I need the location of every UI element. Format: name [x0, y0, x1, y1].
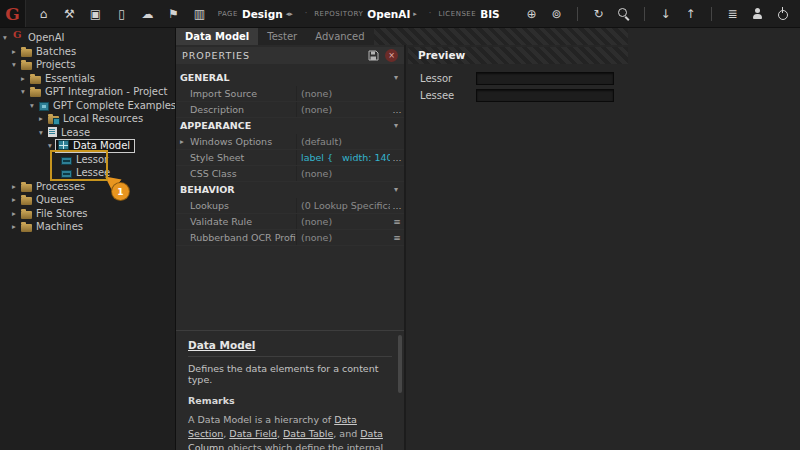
tree-item-essentials[interactable]: ▸Essentials	[0, 72, 175, 86]
home-icon[interactable]: ⌂	[36, 6, 51, 21]
breadcrumb-nav-icon[interactable]: ▸	[413, 10, 417, 18]
save-icon[interactable]	[368, 50, 379, 61]
property-row-style-sheet[interactable]: Style Sheetlabel { width: 140px;}…	[176, 150, 404, 166]
help-link-data-field[interactable]: Data Field	[229, 428, 277, 439]
tree-expander-icon[interactable]: ▸	[21, 72, 30, 86]
go-icon[interactable]: ⊚	[549, 6, 564, 21]
property-button[interactable]: …	[390, 102, 404, 117]
tree-item-processes[interactable]: ▸Processes	[0, 180, 175, 194]
tree-item-file-stores[interactable]: ▸File Stores	[0, 207, 175, 221]
tree-item-label: Queues	[36, 194, 74, 205]
breadcrumb-value-design[interactable]: Design	[242, 8, 283, 20]
help-title[interactable]: Data Model	[188, 339, 392, 351]
tree-item-data-model[interactable]: ▾Data Model	[0, 139, 175, 153]
property-row-windows-options[interactable]: ▸Windows Options(default)	[176, 134, 404, 150]
stats-icon[interactable]: ▥	[192, 6, 207, 21]
property-value[interactable]: label { width: 140px;}	[296, 150, 390, 165]
tab-data-model[interactable]: Data Model	[176, 28, 258, 45]
tree-expander-icon[interactable]: ▸	[12, 45, 21, 59]
tree-expander-icon[interactable]: ▸	[12, 180, 21, 194]
tree-item-lease[interactable]: ▾Lease	[0, 126, 175, 140]
tree-item-openai[interactable]: ▾OpenAI	[0, 31, 175, 45]
breadcrumb-label-repository: REPOSITORY	[314, 10, 363, 18]
tree-item-queues[interactable]: ▸Queues	[0, 193, 175, 207]
preview-fields: LessorLessee	[408, 70, 800, 104]
section-header-appearance[interactable]: APPEARANCE▾	[176, 118, 404, 134]
app-logo[interactable]: G	[0, 0, 26, 27]
power-icon[interactable]	[775, 6, 790, 21]
property-button[interactable]: …	[390, 150, 404, 165]
breadcrumb-value-bis[interactable]: BIS	[480, 8, 499, 20]
property-row-css-class[interactable]: CSS Class(none)	[176, 166, 404, 182]
tree-expander-icon[interactable]: ▾	[30, 99, 39, 113]
topbar-right-icons: ⊕⊚↻↓↑≣	[524, 6, 790, 21]
database-icon[interactable]: ≣	[725, 6, 740, 21]
section-header-general[interactable]: GENERAL▾	[176, 70, 404, 86]
expand-icon[interactable]: ▸	[180, 134, 184, 149]
preview-field-label: Lessee	[408, 90, 476, 101]
tree-item-lessee[interactable]: Lessee	[0, 166, 175, 180]
add-icon[interactable]: ⊕	[524, 6, 539, 21]
tree-expander-icon[interactable]: ▾	[3, 31, 12, 45]
property-value[interactable]: (none)	[296, 86, 390, 101]
property-button[interactable]: ≡	[390, 230, 404, 245]
tree-item-machines[interactable]: ▸Machines	[0, 220, 175, 234]
tab-advanced[interactable]: Advanced	[306, 28, 373, 45]
tree-item-projects[interactable]: ▾Projects	[0, 58, 175, 72]
tree-expander-icon[interactable]: ▸	[12, 207, 21, 221]
tree-expander-icon[interactable]: ▸	[12, 220, 21, 234]
trash-icon[interactable]: ▯	[114, 6, 129, 21]
help-scrollbar[interactable]	[398, 335, 402, 393]
collapse-icon[interactable]: ▾	[394, 70, 398, 86]
batches-icon[interactable]: ▣	[88, 6, 103, 21]
close-icon[interactable]: ×	[385, 49, 398, 62]
tree-item-lessor[interactable]: Lessor	[0, 153, 175, 167]
user-icon[interactable]	[750, 6, 765, 21]
property-label: Import Source	[176, 86, 296, 101]
preview-input-lessee[interactable]	[476, 89, 614, 102]
property-value[interactable]: (default)	[296, 134, 390, 149]
property-row-lookups[interactable]: Lookups(0 Lookup Specifications)…	[176, 198, 404, 214]
property-button[interactable]: ≡	[390, 214, 404, 229]
tree-expander-icon[interactable]: ▾	[21, 85, 30, 99]
section-header-behavior[interactable]: BEHAVIOR▾	[176, 182, 404, 198]
refresh-icon[interactable]: ↻	[591, 6, 606, 21]
property-row-validate-rule[interactable]: Validate Rule(none)≡	[176, 214, 404, 230]
tree-item-gpt-integration-project[interactable]: ▾GPT Integration - Project	[0, 85, 175, 99]
property-value[interactable]: (none)	[296, 166, 390, 181]
tree-item-label: Processes	[36, 181, 85, 192]
property-button[interactable]: …	[390, 198, 404, 213]
tree-expander-icon[interactable]: ▸	[12, 193, 21, 207]
upload-icon[interactable]: ↑	[683, 6, 698, 21]
breadcrumb-nav-icon[interactable]: ◂▸	[286, 10, 293, 18]
download-icon[interactable]: ↓	[658, 6, 673, 21]
property-value[interactable]: (none)	[296, 230, 390, 245]
publish-icon[interactable]: ☁	[140, 6, 155, 21]
tab-tester[interactable]: Tester	[258, 28, 306, 45]
tree-item-gpt-complete-examples-1[interactable]: ▾GPT Complete Examples (1)	[0, 99, 175, 113]
tab-strip-container: Data ModelTesterAdvanced	[176, 28, 628, 45]
tree-expander-icon[interactable]: ▸	[39, 112, 48, 126]
tree-item-batches[interactable]: ▸Batches	[0, 45, 175, 59]
search-icon[interactable]	[616, 6, 631, 21]
preview-input-lessor[interactable]	[476, 72, 614, 85]
property-row-import-source[interactable]: Import Source(none)	[176, 86, 404, 102]
tree-expander-icon[interactable]: ▾	[39, 126, 48, 140]
property-row-rubberband-ocr-profile[interactable]: Rubberband OCR Profile(none)≡	[176, 230, 404, 246]
property-value[interactable]: (0 Lookup Specifications)	[296, 198, 390, 213]
flag-icon[interactable]: ⚑	[166, 6, 181, 21]
property-label-text: Windows Options	[190, 136, 272, 147]
tree-expander-icon[interactable]: ▾	[12, 58, 21, 72]
collapse-icon[interactable]: ▾	[394, 182, 398, 198]
breadcrumb-value-openai[interactable]: OpenAI	[367, 8, 410, 20]
tools-icon[interactable]: ⚒	[62, 6, 77, 21]
toolbar-divider	[577, 7, 578, 21]
property-row-description[interactable]: Description(none)…	[176, 102, 404, 118]
node-icon	[39, 102, 49, 111]
help-link-data-table[interactable]: Data Table	[283, 428, 333, 439]
property-value[interactable]: (none)	[296, 102, 390, 117]
collapse-icon[interactable]: ▾	[394, 118, 398, 134]
tree-item-local-resources[interactable]: ▸Local Resources	[0, 112, 175, 126]
property-value[interactable]: (none)	[296, 214, 390, 229]
help-text: A Data Model is a hierarchy of	[188, 414, 334, 425]
